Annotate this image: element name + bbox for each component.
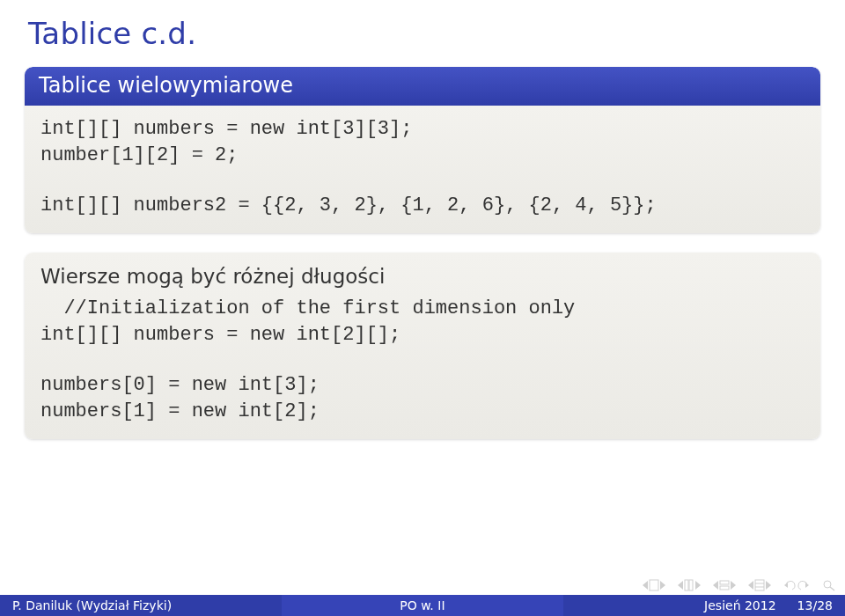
- nav-frame-icon[interactable]: [678, 579, 701, 591]
- beamer-nav-symbols: [643, 579, 836, 591]
- code-line: numbers[1] = new int[2];: [40, 399, 805, 425]
- block-title: Tablice wielowymiarowe: [25, 67, 820, 106]
- block-multidim-arrays: Tablice wielowymiarowe int[][] numbers =…: [25, 67, 820, 233]
- block-body: Wiersze mogą być różnej długości //Initi…: [25, 253, 820, 439]
- svg-marker-10: [731, 581, 736, 590]
- footer-page-total: 28: [817, 598, 833, 612]
- nav-slide-icon[interactable]: [643, 579, 665, 591]
- svg-marker-7: [713, 581, 718, 590]
- nav-subsection-icon[interactable]: [713, 579, 736, 591]
- svg-marker-6: [695, 581, 701, 590]
- block-note: Wiersze mogą być różnej długości: [40, 263, 805, 290]
- svg-rect-8: [720, 581, 729, 584]
- svg-marker-3: [678, 581, 683, 590]
- svg-line-19: [830, 587, 834, 590]
- code-line: //Initialization of the first dimension …: [40, 296, 805, 322]
- code-line: int[][] numbers = new int[2][];: [40, 322, 805, 348]
- footer-date: Jesień 2012: [704, 598, 776, 612]
- svg-rect-4: [685, 580, 688, 590]
- nav-section-icon[interactable]: [748, 579, 771, 591]
- code-line: int[][] numbers2 = {{2, 3, 2}, {1, 2, 6}…: [40, 193, 805, 219]
- code-blank: [40, 348, 805, 372]
- footer-page-current: 13: [797, 598, 813, 612]
- nav-search-icon[interactable]: [822, 579, 836, 591]
- svg-marker-2: [660, 581, 665, 590]
- block-body: int[][] numbers = new int[3][3]; number[…: [25, 106, 820, 233]
- svg-marker-0: [643, 581, 648, 590]
- block-row-lengths: Wiersze mogą być różnej długości //Initi…: [25, 253, 820, 439]
- svg-marker-11: [748, 581, 753, 590]
- code-line: int[][] numbers = new int[3][3];: [40, 116, 805, 143]
- svg-marker-15: [766, 581, 771, 590]
- footer-author: P. Daniluk (Wydział Fizyki): [0, 595, 282, 616]
- svg-point-18: [824, 581, 831, 588]
- nav-back-forward-icon[interactable]: [783, 579, 810, 591]
- code-line: number[1][2] = 2;: [40, 143, 805, 169]
- slide-title: Tablice c.d.: [28, 16, 820, 51]
- footer-title: PO w. II: [282, 595, 563, 616]
- svg-rect-1: [650, 580, 658, 590]
- code-blank: [40, 168, 805, 193]
- footline: P. Daniluk (Wydział Fizyki) PO w. II Jes…: [0, 595, 845, 616]
- footer-date-page: Jesień 2012 13 / 28: [563, 595, 845, 616]
- svg-rect-9: [720, 586, 729, 590]
- svg-rect-12: [755, 580, 764, 590]
- svg-rect-5: [689, 580, 693, 590]
- slide: Tablice c.d. Tablice wielowymiarowe int[…: [0, 0, 845, 616]
- code-line: numbers[0] = new int[3];: [40, 372, 805, 399]
